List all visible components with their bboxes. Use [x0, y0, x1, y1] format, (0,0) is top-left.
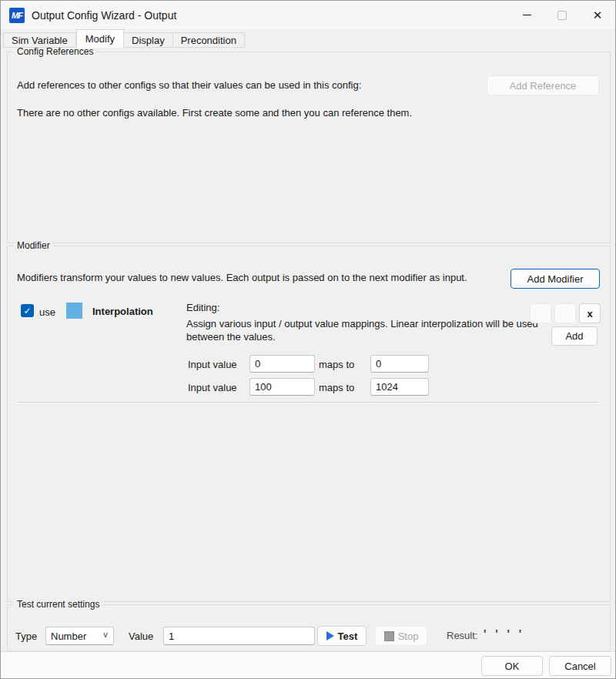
- test-value-input[interactable]: [163, 627, 315, 645]
- result-label: Result:: [447, 630, 477, 641]
- close-icon: ✕: [593, 9, 603, 21]
- modifier-group-label: Modifier: [14, 240, 53, 252]
- input-value-field-2[interactable]: [249, 378, 315, 396]
- tab-precondition[interactable]: Precondition: [173, 32, 245, 48]
- add-modifier-button[interactable]: Add Modifier: [511, 269, 600, 289]
- modifier-name: Interpolation: [92, 306, 153, 317]
- play-icon: [326, 631, 334, 641]
- modifier-description: Modifiers transform your values to new v…: [17, 271, 502, 284]
- output-value-field-1[interactable]: [370, 355, 429, 373]
- editing-label: Editing:: [186, 301, 219, 314]
- tab-sim-variable[interactable]: Sim Variable: [3, 32, 76, 48]
- config-references-description: Add references to other configs so that …: [17, 79, 479, 92]
- type-label: Type: [15, 630, 37, 643]
- maximize-button: [544, 1, 580, 29]
- add-mapping-button[interactable]: Add: [551, 326, 598, 346]
- use-checkbox-label: use: [39, 306, 55, 319]
- config-references-group: Config References Add references to othe…: [7, 52, 611, 243]
- minimize-button[interactable]: [509, 1, 544, 29]
- stop-icon: [384, 631, 394, 641]
- modifier-separator: [17, 402, 599, 403]
- ok-button[interactable]: OK: [481, 656, 543, 676]
- maps-to-label: maps to: [319, 381, 354, 394]
- minimize-icon: [523, 15, 531, 15]
- modifier-group: Modifier Modifiers transform your values…: [7, 246, 611, 602]
- editing-description: Assign various input / output value mapp…: [186, 317, 554, 343]
- input-value-label: Input value: [188, 381, 237, 394]
- use-checkbox[interactable]: ✓: [21, 304, 34, 317]
- remove-modifier-button[interactable]: x: [579, 303, 601, 323]
- footer-bar: OK Cancel: [1, 651, 615, 678]
- test-button[interactable]: Test: [317, 626, 367, 646]
- window-title: Output Config Wizard - Output: [32, 9, 176, 22]
- close-button[interactable]: ✕: [580, 1, 615, 29]
- result-value: ' ' ' ': [484, 627, 524, 640]
- maximize-icon: [557, 11, 567, 20]
- input-value-label: Input value: [188, 358, 237, 371]
- output-value-field-2[interactable]: [370, 378, 429, 396]
- test-settings-group: Test current settings Type Number ∨ Valu…: [7, 604, 611, 651]
- add-reference-button[interactable]: Add Reference: [487, 75, 599, 95]
- output-config-wizard-window: MF Output Config Wizard - Output ✕ Sim V…: [0, 0, 616, 679]
- window-controls: ✕: [509, 1, 615, 29]
- move-down-button[interactable]: [554, 303, 576, 323]
- type-select-control[interactable]: Number: [45, 627, 114, 645]
- tab-display[interactable]: Display: [124, 32, 173, 48]
- test-settings-group-label: Test current settings: [14, 599, 102, 610]
- maps-to-label: maps to: [319, 358, 354, 371]
- type-select[interactable]: Number ∨: [45, 627, 114, 645]
- move-up-button[interactable]: [530, 303, 551, 323]
- tab-strip: Sim Variable Modify Display Precondition: [3, 29, 245, 48]
- config-references-empty-message: There are no other configs available. Fi…: [17, 106, 510, 119]
- value-label: Value: [129, 630, 153, 643]
- tab-modify[interactable]: Modify: [76, 29, 124, 48]
- modifier-color-swatch[interactable]: [66, 303, 82, 319]
- cancel-button[interactable]: Cancel: [549, 656, 611, 676]
- input-value-field-1[interactable]: [249, 355, 315, 373]
- stop-button[interactable]: Stop: [375, 626, 427, 646]
- title-bar: MF Output Config Wizard - Output ✕: [1, 1, 615, 29]
- config-references-group-label: Config References: [14, 46, 96, 58]
- app-icon: MF: [9, 8, 25, 23]
